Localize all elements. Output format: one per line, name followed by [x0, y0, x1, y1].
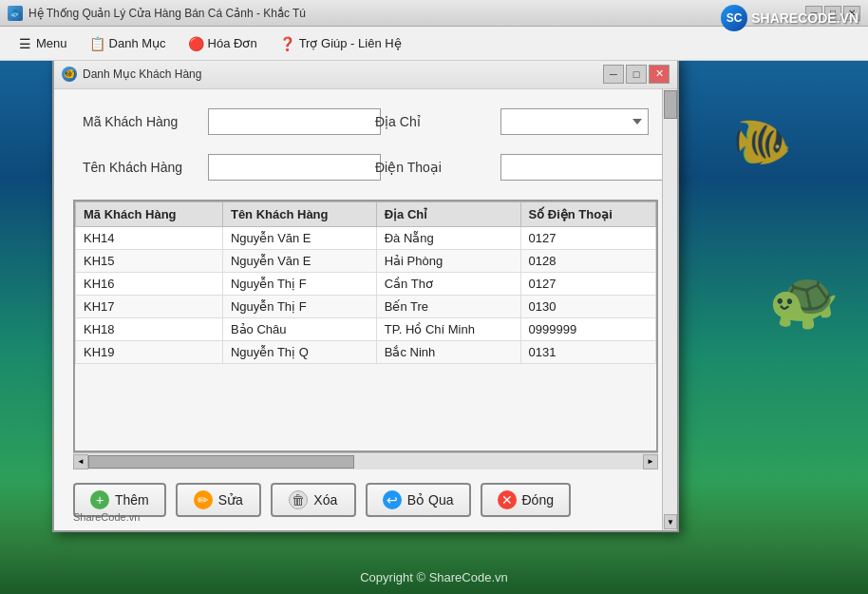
table-header-row: Mã Khách Hàng Tên Khách Hàng Địa Chỉ Số … — [76, 202, 656, 227]
ten-khach-hang-input[interactable] — [208, 154, 381, 181]
hoa-don-icon: 🔴 — [189, 36, 204, 51]
fish-decoration-1: 🐠 — [733, 114, 792, 169]
table-cell-ten: Bảo Châu — [222, 318, 376, 341]
xoa-label: Xóa — [313, 492, 337, 508]
menu-item-tro-giup[interactable]: ❓ Trợ Giúp - Liên Hệ — [271, 32, 411, 55]
hoa-don-label: Hóa Đơn — [208, 36, 257, 50]
table-cell-dia_chi: Bến Tre — [376, 296, 520, 318]
customer-table: Mã Khách Hàng Tên Khách Hàng Địa Chỉ Số … — [75, 201, 656, 364]
dia-chi-select[interactable]: Hà Nội Hồ Chí Minh Đà Nẵng Hải Phòng Cần… — [500, 108, 649, 135]
table-cell-ten: Nguyễn Văn E — [222, 250, 376, 273]
table-cell-ten: Nguyễn Thị Q — [222, 341, 376, 364]
table-wrapper[interactable]: Mã Khách Hàng Tên Khách Hàng Địa Chỉ Số … — [75, 201, 656, 450]
table-cell-ten: Nguyễn Văn E — [222, 227, 376, 250]
col-ma-khach-hang: Mã Khách Hàng — [76, 202, 223, 227]
tro-giup-label: Trợ Giúp - Liên Hệ — [299, 36, 402, 50]
hscroll-thumb[interactable] — [88, 455, 354, 469]
dialog-icon: 🐠 — [62, 67, 77, 82]
menu-bar: ☰ Menu 📋 Danh Mục 🔴 Hóa Đơn ❓ Trợ Giúp -… — [0, 27, 868, 61]
table-row[interactable]: KH19Nguyễn Thị QBắc Ninh0131 — [76, 341, 656, 364]
dong-label: Đóng — [522, 492, 554, 508]
table-cell-dien_thoai: 0999999 — [520, 318, 655, 341]
logo-area: SC SHARECODE.VN — [721, 5, 859, 31]
scroll-thumb[interactable] — [664, 90, 677, 119]
table-row[interactable]: KH16Nguyễn Thị FCần Thơ0127 — [76, 273, 656, 296]
danh-muc-icon: 📋 — [90, 36, 105, 51]
table-row[interactable]: KH17Nguyễn Thị FBến Tre0130 — [76, 296, 656, 318]
table-cell-ma: KH15 — [76, 250, 223, 273]
dialog-close-btn[interactable]: ✕ — [649, 65, 670, 84]
dong-icon: ✕ — [498, 490, 517, 509]
table-cell-dien_thoai: 0131 — [520, 341, 655, 364]
bo-qua-label: Bỏ Qua — [407, 492, 454, 508]
table-cell-ma: KH18 — [76, 318, 223, 341]
logo-text: SHARECODE.VN — [751, 10, 859, 26]
dia-chi-row: Địa Chỉ Hà Nội Hồ Chí Minh Đà Nẵng Hải P… — [375, 108, 649, 135]
table-cell-ma: KH19 — [76, 341, 223, 364]
sua-button[interactable]: ✏ Sửa — [176, 483, 261, 517]
dialog-controls: ─ □ ✕ — [603, 65, 670, 84]
xoa-button[interactable]: 🗑 Xóa — [271, 483, 356, 517]
scroll-right-arrow[interactable]: ► — [643, 454, 658, 469]
ten-khach-hang-label: Tên Khách Hàng — [83, 160, 197, 175]
table-cell-ma: KH16 — [76, 273, 223, 296]
dialog-maximize-btn[interactable]: □ — [626, 65, 647, 84]
them-icon: + — [90, 490, 109, 509]
dong-button[interactable]: ✕ Đóng — [481, 483, 571, 517]
col-so-dien-thoai: Số Điện Thoại — [520, 202, 655, 227]
watermark: ShareCode.vn — [73, 511, 140, 523]
dialog: 🐠 Danh Mục Khách Hàng ─ □ ✕ ▲ ▼ Mã Khách… — [52, 57, 679, 532]
table-cell-ma: KH17 — [76, 296, 223, 318]
bo-qua-icon: ↩ — [383, 490, 402, 509]
table-row[interactable]: KH14Nguyễn Văn EĐà Nẵng0127 — [76, 227, 656, 250]
dialog-minimize-btn[interactable]: ─ — [603, 65, 624, 84]
menu-item-menu[interactable]: ☰ Menu — [8, 32, 77, 55]
hscroll-track[interactable] — [88, 454, 643, 469]
col-dia-chi: Địa Chỉ — [376, 202, 520, 227]
button-area: + Thêm ✏ Sửa 🗑 Xóa ↩ Bỏ Qua ✕ Đóng — [54, 469, 677, 530]
table-cell-dien_thoai: 0128 — [520, 250, 655, 273]
table-row[interactable]: KH18Bảo ChâuTP. Hồ Chí Minh0999999 — [76, 318, 656, 341]
dien-thoai-row: Điện Thoại — [375, 154, 649, 181]
table-cell-dien_thoai: 0130 — [520, 296, 655, 318]
fish-decoration-2: 🐢 — [768, 266, 840, 334]
menu-item-danh-muc[interactable]: 📋 Danh Mục — [81, 32, 176, 55]
menu-icon: ☰ — [17, 36, 32, 51]
sua-icon: ✏ — [194, 490, 213, 509]
horizontal-scrollbar[interactable]: ◄ ► — [73, 452, 658, 469]
dialog-titlebar: 🐠 Danh Mục Khách Hàng ─ □ ✕ — [54, 59, 677, 89]
table-cell-dien_thoai: 0127 — [520, 273, 655, 296]
dien-thoai-label: Điện Thoại — [375, 160, 489, 175]
table-cell-ten: Nguyễn Thị F — [222, 273, 376, 296]
bo-qua-button[interactable]: ↩ Bỏ Qua — [366, 483, 471, 517]
them-label: Thêm — [115, 492, 149, 508]
ma-khach-hang-row: Mã Khách Hàng — [83, 108, 356, 135]
table-cell-dia_chi: Đà Nẵng — [376, 227, 520, 250]
table-row[interactable]: KH15Nguyễn Văn EHải Phòng0128 — [76, 250, 656, 273]
table-cell-dia_chi: TP. Hồ Chí Minh — [376, 318, 520, 341]
menu-label: Menu — [36, 36, 67, 50]
dialog-title: Danh Mục Khách Hàng — [83, 67, 597, 81]
table-cell-dia_chi: Bắc Ninh — [376, 341, 520, 364]
copyright: Copyright © ShareCode.vn — [0, 570, 868, 584]
ma-khach-hang-input[interactable] — [208, 108, 381, 135]
app-icon: 🐟 — [8, 6, 23, 21]
menu-item-hoa-don[interactable]: 🔴 Hóa Đơn — [179, 32, 267, 55]
form-area: Mã Khách Hàng Địa Chỉ Hà Nội Hồ Chí Minh… — [54, 89, 677, 200]
logo-icon: SC — [721, 5, 747, 31]
vertical-scrollbar[interactable]: ▲ ▼ — [662, 89, 677, 530]
table-cell-dia_chi: Cần Thơ — [376, 273, 520, 296]
danh-muc-label: Danh Mục — [109, 36, 166, 50]
dia-chi-label: Địa Chỉ — [375, 114, 489, 129]
app-title: Hệ Thống Quản Lý Cửa Hàng Bán Cá Cảnh - … — [28, 7, 805, 20]
scroll-left-arrow[interactable]: ◄ — [73, 454, 88, 469]
xoa-icon: 🗑 — [289, 490, 308, 509]
scroll-down-arrow[interactable]: ▼ — [664, 514, 677, 529]
col-ten-khach-hang: Tên Khách Hàng — [222, 202, 376, 227]
tro-giup-icon: ❓ — [280, 36, 295, 51]
customer-table-container: Mã Khách Hàng Tên Khách Hàng Địa Chỉ Số … — [73, 200, 658, 452]
ten-khach-hang-row: Tên Khách Hàng — [83, 154, 356, 181]
dien-thoai-input[interactable] — [500, 154, 673, 181]
table-cell-dien_thoai: 0127 — [520, 227, 655, 250]
table-cell-ma: KH14 — [76, 227, 223, 250]
